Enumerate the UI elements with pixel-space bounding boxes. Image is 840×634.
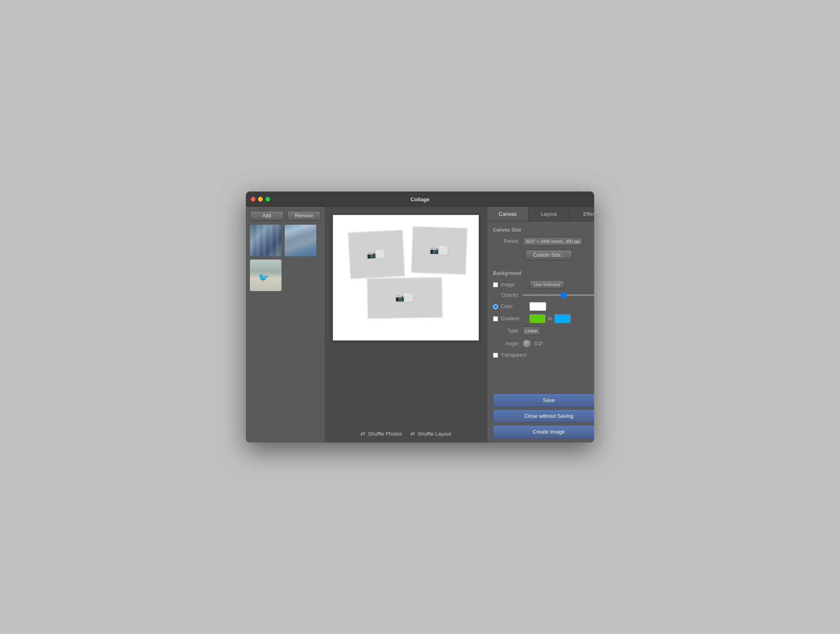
photo-row-2 [250,260,321,291]
photo-thumbnails [250,225,321,291]
custom-size-button[interactable]: Custom Size... [525,250,572,260]
shuffle-photos-label: Shuffle Photos [368,431,402,437]
angle-row: Angle: 0.0° [493,339,594,348]
use-selected-button[interactable]: Use Selected [529,280,565,289]
maximize-button[interactable] [265,197,270,202]
gradient-from-swatch[interactable] [529,314,546,323]
tab-canvas[interactable]: Canvas [487,207,529,221]
color-swatch[interactable] [529,302,546,311]
gradient-row: Gradient: to [493,314,594,323]
main-window: Collage Add Remove [246,191,594,443]
tab-layout[interactable]: Layout [529,207,570,221]
shuffle-layout-icon: ⇄ [410,430,415,437]
preset-select-wrapper: 3507 × 2480 pixels, 300 ppi [522,237,594,246]
image-label: Image: [501,282,527,287]
image-row: Image: Use Selected [493,280,594,289]
background-section-title: Background [493,270,594,276]
traffic-lights [251,197,270,202]
close-without-saving-button[interactable]: Close without Saving [493,409,594,423]
window-title: Collage [411,196,430,202]
canvas-area: 📷 📷 📷 ⇄ Shuffle Photos ⇄ Shuffle [325,207,487,443]
photo-row-1 [250,225,321,256]
save-button[interactable]: Save [493,394,594,407]
remove-button[interactable]: Remove [287,211,321,221]
color-radio[interactable] [493,304,498,309]
shuffle-photos-icon: ⇄ [360,430,365,437]
shuffle-layout-button[interactable]: ⇄ Shuffle Layout [410,430,451,437]
panel-tabs: Canvas Layout Effect [487,207,594,221]
type-select[interactable]: Linear [522,326,541,335]
main-content: Add Remove 📷 [246,207,594,443]
gradient-to-swatch[interactable] [554,314,571,323]
collage-slot-2[interactable]: 📷 [411,226,467,275]
type-label: Type: [493,328,519,334]
opacity-slider[interactable] [522,294,594,296]
add-button[interactable]: Add [250,211,284,221]
transparent-row: Transparent [493,352,594,358]
close-button[interactable] [251,197,256,202]
preset-row: Preset: 3507 × 2480 pixels, 300 ppi [493,237,594,246]
opacity-row: Opacity: [493,292,594,298]
type-row: Type: Linear [493,326,594,335]
gradient-to-label: to [548,316,552,321]
angle-value: 0.0° [535,341,543,347]
shuffle-layout-label: Shuffle Layout [418,431,451,437]
transparent-checkbox[interactable] [493,353,498,358]
angle-label: Angle: [493,341,519,347]
gradient-swatches: to [529,314,571,323]
panel-content: Canvas Size Preset: 3507 × 2480 pixels, … [487,221,594,389]
camera-icon-3: 📷 [395,294,404,302]
camera-icon-2: 📷 [430,246,439,255]
tab-effect[interactable]: Effect [569,207,594,221]
shuffle-photos-button[interactable]: ⇄ Shuffle Photos [360,430,402,437]
collage-canvas[interactable]: 📷 📷 📷 [333,215,479,340]
angle-knob[interactable] [522,339,531,348]
create-image-button[interactable]: Create Image [493,425,594,438]
preset-select[interactable]: 3507 × 2480 pixels, 300 ppi [522,237,583,246]
gradient-label: Gradient: [501,316,527,321]
sidebar-buttons: Add Remove [250,211,321,221]
panel-buttons: Save Close without Saving Create Image [487,389,594,443]
color-label: Color: [501,304,527,309]
photo-thumbnail-2[interactable] [285,225,316,256]
type-select-wrapper: Linear [522,326,594,335]
image-checkbox[interactable] [493,282,498,287]
color-row: Color: [493,302,594,311]
canvas-bottom-bar: ⇄ Shuffle Photos ⇄ Shuffle Layout [360,430,451,437]
minimize-button[interactable] [258,197,263,202]
camera-icon-1: 📷 [367,250,376,260]
collage-slot-3[interactable]: 📷 [367,277,443,319]
titlebar: Collage [246,191,594,207]
gradient-checkbox[interactable] [493,316,498,321]
transparent-label: Transparent [501,352,527,358]
opacity-label: Opacity: [493,292,519,298]
photo-thumbnail-3[interactable] [250,260,281,291]
collage-slot-1[interactable]: 📷 [348,230,405,279]
divider-1 [493,266,594,266]
canvas-size-title: Canvas Size [493,227,594,233]
photo-thumbnail-1[interactable] [250,225,281,256]
right-panel: Canvas Layout Effect Canvas Size Preset: [487,207,594,443]
photo-sidebar: Add Remove [246,207,325,443]
preset-label: Preset: [493,238,519,244]
